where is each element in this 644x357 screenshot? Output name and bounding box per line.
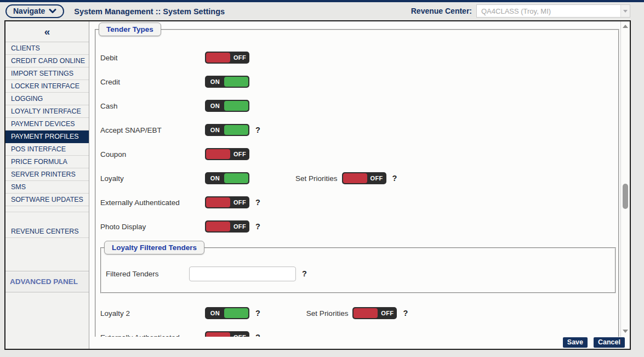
toggle-credit[interactable]: ON [205, 76, 249, 88]
setting-label: Externally Authenticated [96, 199, 205, 207]
toggle-loyalty-set-priorities[interactable]: OFF [342, 172, 386, 184]
setting-row: CouponOFF [96, 142, 618, 166]
sidebar-item-logging[interactable]: LOGGING [5, 93, 89, 105]
toggle-knob [206, 197, 230, 207]
toggle-knob [206, 53, 230, 63]
sidebar-item-revenue-centers[interactable]: REVENUE CENTERS [5, 225, 89, 238]
setting-row: Externally AuthenticatedOFF? [96, 190, 618, 214]
setting-row: Loyalty 2ON?Set PrioritiesOFF? [96, 301, 618, 325]
setting-label: Cash [96, 102, 205, 110]
navigate-button-label: Navigate [13, 7, 45, 15]
sidebar-item-loyalty-interface[interactable]: LOYALTY INTERFACE [5, 105, 89, 118]
secondary-setting-label: Set Priorities [306, 309, 349, 318]
save-button[interactable]: Save [563, 337, 588, 348]
toggle-state-label: OFF [230, 331, 249, 337]
setting-label: Loyalty [96, 174, 205, 183]
setting-label: Accept SNAP/EBT [96, 126, 205, 134]
tender-rows-top: DebitOFFCreditONCashONAccept SNAP/EBTON?… [96, 46, 618, 239]
secondary-setting-label: Set Priorities [295, 174, 338, 183]
revenue-center-group: Revenue Center: QA4CLASS (Troy, MI) [411, 4, 630, 18]
sidebar-item-payment-devices[interactable]: PAYMENT DEVICES [5, 118, 89, 131]
setting-label: Loyalty 2 [96, 309, 205, 318]
navigate-button[interactable]: Navigate [5, 4, 64, 18]
vertical-scrollbar[interactable] [620, 21, 630, 337]
toggle-state-label: ON [205, 307, 225, 319]
action-bar: Save Cancel [89, 337, 630, 348]
toggle-knob [224, 125, 248, 135]
sidebar-item-pos-interface[interactable]: POS INTERFACE [5, 143, 89, 156]
toggle-knob [206, 332, 230, 337]
sidebar-item-credit-card-online[interactable]: CREDIT CARD ONLINE [5, 55, 89, 67]
sidebar-item-payment-profiles[interactable]: PAYMENT PROFILES [5, 131, 89, 143]
main-content-row: Tender Types DebitOFFCreditONCashONAccep… [89, 21, 630, 337]
sidebar-divider [5, 206, 89, 212]
toggle-state-label: ON [205, 124, 225, 136]
toggle-state-label: ON [205, 172, 225, 184]
tender-rows-bottom: Loyalty 2ON?Set PrioritiesOFF?Externally… [96, 301, 618, 337]
setting-row: Accept SNAP/EBTON? [96, 118, 618, 142]
sidebar-item-import-settings[interactable]: IMPORT SETTINGS [5, 67, 89, 80]
setting-label: Debit [96, 54, 205, 62]
select-arrow-box [620, 5, 630, 17]
toggle-knob [224, 308, 248, 318]
sidebar-item-locker-interface[interactable]: LOCKER INTERFACE [5, 80, 89, 93]
scrollbar-thumb[interactable] [623, 184, 628, 209]
revenue-center-select[interactable]: QA4CLASS (Troy, MI) [476, 4, 630, 18]
help-icon[interactable]: ? [255, 126, 260, 134]
sidebar-item-price-formula[interactable]: PRICE FORMULA [5, 156, 89, 168]
help-icon[interactable]: ? [392, 174, 397, 183]
setting-row: Photo DisplayOFF? [96, 214, 618, 239]
collapse-chevrons-icon: « [44, 26, 50, 38]
setting-label: Credit [96, 78, 205, 86]
setting-label: Externally Authenticated [96, 333, 205, 337]
advanced-panel-button[interactable]: ADVANCED PANEL [5, 271, 89, 292]
toggle-loyalty-2-set-priorities[interactable]: OFF [352, 307, 397, 319]
toggle-state-label: OFF [230, 148, 249, 160]
toggle-cash[interactable]: ON [205, 100, 249, 112]
setting-label: Coupon [96, 150, 205, 158]
filtered-tenders-input[interactable] [189, 267, 296, 281]
loyalty-filtered-tenders-legend: Loyalty Filtered Tenders [104, 241, 204, 254]
toggle-knob [224, 173, 248, 183]
toggle-loyalty[interactable]: ON [205, 172, 249, 184]
page-title: System Management :: System Settings [74, 7, 225, 16]
toggle-knob [206, 222, 230, 231]
help-icon[interactable]: ? [403, 309, 408, 318]
toggle-state-label: OFF [230, 196, 249, 208]
filtered-tenders-row: Filtered Tenders ? [101, 263, 615, 285]
help-icon[interactable]: ? [302, 269, 307, 278]
toggle-loyalty-2[interactable]: ON [205, 307, 249, 319]
sidebar-item-sms[interactable]: SMS [5, 181, 89, 194]
setting-row: DebitOFF [96, 46, 618, 70]
cancel-button[interactable]: Cancel [594, 337, 625, 348]
toggle-state-label: ON [205, 76, 225, 88]
sidebar: « CLIENTSCREDIT CARD ONLINEIMPORT SETTIN… [5, 21, 89, 349]
toggle-knob [224, 101, 248, 111]
setting-row: Externally AuthenticatedOFF? [96, 325, 618, 337]
help-icon[interactable]: ? [255, 333, 260, 337]
toggle-coupon[interactable]: OFF [205, 148, 249, 160]
toggle-photo-display[interactable]: OFF [205, 220, 249, 233]
sidebar-item-clients[interactable]: CLIENTS [5, 42, 89, 55]
help-icon[interactable]: ? [255, 309, 260, 318]
setting-row: CashON [96, 94, 618, 118]
toggle-knob [224, 77, 248, 87]
help-icon[interactable]: ? [255, 198, 260, 207]
settings-viewport: Tender Types DebitOFFCreditONCashONAccep… [89, 21, 620, 337]
chevron-down-icon [49, 9, 56, 14]
revenue-center-value: QA4CLASS (Troy, MI) [477, 7, 551, 15]
help-icon[interactable]: ? [255, 222, 260, 231]
toggle-externally-authenticated[interactable]: OFF [205, 331, 249, 337]
toggle-externally-authenticated[interactable]: OFF [205, 196, 249, 208]
toggle-debit[interactable]: OFF [205, 52, 249, 64]
sidebar-collapse-button[interactable]: « [5, 21, 89, 42]
sidebar-item-software-updates[interactable]: SOFTWARE UPDATES [5, 194, 89, 206]
toggle-accept-snap-ebt[interactable]: ON [205, 124, 249, 136]
toggle-state-label: OFF [230, 52, 249, 64]
toggle-knob [343, 173, 367, 183]
tender-types-fieldset: Tender Types DebitOFFCreditONCashONAccep… [95, 29, 619, 337]
scrollbar-down-arrow-icon[interactable] [623, 330, 628, 333]
scrollbar-up-arrow-icon[interactable] [623, 25, 628, 28]
sidebar-item-server-printers[interactable]: SERVER PRINTERS [5, 168, 89, 181]
content-frame: « CLIENTSCREDIT CARD ONLINEIMPORT SETTIN… [4, 20, 631, 350]
